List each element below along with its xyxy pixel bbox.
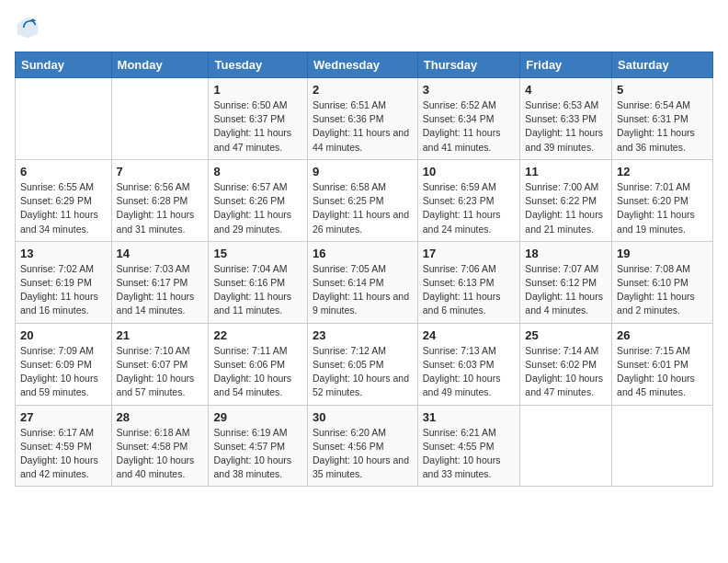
day-info: Sunrise: 6:53 AM Sunset: 6:33 PM Dayligh… <box>525 98 607 155</box>
day-info: Sunrise: 6:20 AM Sunset: 4:56 PM Dayligh… <box>313 426 413 482</box>
day-number: 18 <box>525 247 607 260</box>
day-info: Sunrise: 6:55 AM Sunset: 6:29 PM Dayligh… <box>20 180 107 236</box>
day-number: 3 <box>423 83 516 97</box>
column-header-thursday: Thursday <box>417 52 520 78</box>
day-number: 31 <box>423 410 516 424</box>
day-info: Sunrise: 7:09 AM Sunset: 6:09 PM Dayligh… <box>20 344 107 400</box>
day-info: Sunrise: 7:02 AM Sunset: 6:19 PM Dayligh… <box>20 262 107 318</box>
day-number: 23 <box>313 328 413 342</box>
day-info: Sunrise: 6:18 AM Sunset: 4:58 PM Dayligh… <box>117 426 204 482</box>
calendar-cell: 29Sunrise: 6:19 AM Sunset: 4:57 PM Dayli… <box>209 405 308 487</box>
day-number: 29 <box>213 410 302 424</box>
calendar-cell: 13Sunrise: 7:02 AM Sunset: 6:19 PM Dayli… <box>16 241 112 323</box>
day-info: Sunrise: 6:58 AM Sunset: 6:25 PM Dayligh… <box>313 180 413 236</box>
week-row-3: 13Sunrise: 7:02 AM Sunset: 6:19 PM Dayli… <box>16 241 713 323</box>
day-number: 12 <box>617 165 708 178</box>
week-row-1: 1Sunrise: 6:50 AM Sunset: 6:37 PM Daylig… <box>16 78 713 160</box>
day-info: Sunrise: 7:15 AM Sunset: 6:01 PM Dayligh… <box>617 344 708 400</box>
column-header-wednesday: Wednesday <box>307 52 417 78</box>
column-header-friday: Friday <box>520 52 612 78</box>
calendar-cell: 16Sunrise: 7:05 AM Sunset: 6:14 PM Dayli… <box>307 241 417 323</box>
column-header-saturday: Saturday <box>612 52 713 78</box>
day-number: 22 <box>213 328 302 342</box>
calendar-cell: 27Sunrise: 6:17 AM Sunset: 4:59 PM Dayli… <box>16 405 112 487</box>
day-number: 15 <box>213 247 302 260</box>
day-info: Sunrise: 7:06 AM Sunset: 6:13 PM Dayligh… <box>423 262 516 318</box>
calendar-cell: 3Sunrise: 6:52 AM Sunset: 6:34 PM Daylig… <box>417 78 520 160</box>
calendar-cell: 21Sunrise: 7:10 AM Sunset: 6:07 PM Dayli… <box>111 323 209 405</box>
calendar-cell: 1Sunrise: 6:50 AM Sunset: 6:37 PM Daylig… <box>209 78 308 160</box>
calendar-cell: 24Sunrise: 7:13 AM Sunset: 6:03 PM Dayli… <box>417 323 520 405</box>
day-info: Sunrise: 6:21 AM Sunset: 4:55 PM Dayligh… <box>423 426 516 482</box>
day-info: Sunrise: 6:17 AM Sunset: 4:59 PM Dayligh… <box>20 426 107 482</box>
calendar-cell: 9Sunrise: 6:58 AM Sunset: 6:25 PM Daylig… <box>307 159 417 241</box>
calendar-cell: 14Sunrise: 7:03 AM Sunset: 6:17 PM Dayli… <box>111 241 209 323</box>
day-number: 14 <box>117 247 204 260</box>
day-info: Sunrise: 7:04 AM Sunset: 6:16 PM Dayligh… <box>213 262 302 318</box>
calendar-cell: 18Sunrise: 7:07 AM Sunset: 6:12 PM Dayli… <box>520 241 612 323</box>
calendar-cell: 23Sunrise: 7:12 AM Sunset: 6:05 PM Dayli… <box>307 323 417 405</box>
day-number: 17 <box>423 247 516 260</box>
day-info: Sunrise: 7:10 AM Sunset: 6:07 PM Dayligh… <box>117 344 204 400</box>
week-row-2: 6Sunrise: 6:55 AM Sunset: 6:29 PM Daylig… <box>16 159 713 241</box>
day-info: Sunrise: 7:03 AM Sunset: 6:17 PM Dayligh… <box>117 262 204 318</box>
day-info: Sunrise: 7:14 AM Sunset: 6:02 PM Dayligh… <box>525 344 607 400</box>
calendar-cell <box>16 78 112 160</box>
day-info: Sunrise: 6:57 AM Sunset: 6:26 PM Dayligh… <box>213 180 302 236</box>
day-number: 4 <box>525 83 607 97</box>
day-info: Sunrise: 7:00 AM Sunset: 6:22 PM Dayligh… <box>525 180 607 236</box>
calendar-cell: 4Sunrise: 6:53 AM Sunset: 6:33 PM Daylig… <box>520 78 612 160</box>
day-number: 28 <box>117 410 204 424</box>
day-number: 1 <box>213 83 302 97</box>
day-number: 16 <box>313 247 413 260</box>
week-row-4: 20Sunrise: 7:09 AM Sunset: 6:09 PM Dayli… <box>16 323 713 405</box>
day-info: Sunrise: 7:11 AM Sunset: 6:06 PM Dayligh… <box>213 344 302 400</box>
calendar-cell: 30Sunrise: 6:20 AM Sunset: 4:56 PM Dayli… <box>307 405 417 487</box>
day-info: Sunrise: 6:52 AM Sunset: 6:34 PM Dayligh… <box>423 98 516 155</box>
day-info: Sunrise: 6:54 AM Sunset: 6:31 PM Dayligh… <box>617 98 708 155</box>
calendar-cell <box>111 78 209 160</box>
calendar-header-row: SundayMondayTuesdayWednesdayThursdayFrid… <box>16 52 713 78</box>
day-number: 27 <box>20 410 107 424</box>
day-info: Sunrise: 7:12 AM Sunset: 6:05 PM Dayligh… <box>313 344 413 400</box>
day-number: 25 <box>525 328 607 342</box>
calendar-cell: 11Sunrise: 7:00 AM Sunset: 6:22 PM Dayli… <box>520 159 612 241</box>
day-number: 26 <box>617 328 708 342</box>
day-info: Sunrise: 7:01 AM Sunset: 6:20 PM Dayligh… <box>617 180 708 236</box>
calendar-table: SundayMondayTuesdayWednesdayThursdayFrid… <box>15 52 713 487</box>
day-number: 6 <box>20 165 107 178</box>
day-info: Sunrise: 7:13 AM Sunset: 6:03 PM Dayligh… <box>423 344 516 400</box>
logo <box>15 15 44 40</box>
calendar-cell: 5Sunrise: 6:54 AM Sunset: 6:31 PM Daylig… <box>612 78 713 160</box>
day-number: 19 <box>617 247 708 260</box>
calendar-cell: 20Sunrise: 7:09 AM Sunset: 6:09 PM Dayli… <box>16 323 112 405</box>
calendar-cell: 25Sunrise: 7:14 AM Sunset: 6:02 PM Dayli… <box>520 323 612 405</box>
day-info: Sunrise: 6:19 AM Sunset: 4:57 PM Dayligh… <box>213 426 302 482</box>
column-header-monday: Monday <box>111 52 209 78</box>
day-info: Sunrise: 6:59 AM Sunset: 6:23 PM Dayligh… <box>423 180 516 236</box>
day-number: 9 <box>313 165 413 178</box>
day-info: Sunrise: 6:56 AM Sunset: 6:28 PM Dayligh… <box>117 180 204 236</box>
calendar-cell: 22Sunrise: 7:11 AM Sunset: 6:06 PM Dayli… <box>209 323 308 405</box>
calendar-cell: 15Sunrise: 7:04 AM Sunset: 6:16 PM Dayli… <box>209 241 308 323</box>
day-number: 24 <box>423 328 516 342</box>
week-row-5: 27Sunrise: 6:17 AM Sunset: 4:59 PM Dayli… <box>16 405 713 487</box>
page-header <box>15 15 713 40</box>
calendar-cell: 10Sunrise: 6:59 AM Sunset: 6:23 PM Dayli… <box>417 159 520 241</box>
calendar-cell: 26Sunrise: 7:15 AM Sunset: 6:01 PM Dayli… <box>612 323 713 405</box>
day-number: 8 <box>213 165 302 178</box>
calendar-cell: 6Sunrise: 6:55 AM Sunset: 6:29 PM Daylig… <box>16 159 112 241</box>
day-number: 30 <box>313 410 413 424</box>
day-info: Sunrise: 7:07 AM Sunset: 6:12 PM Dayligh… <box>525 262 607 318</box>
day-number: 10 <box>423 165 516 178</box>
day-number: 21 <box>117 328 204 342</box>
logo-icon <box>15 15 40 40</box>
day-number: 20 <box>20 328 107 342</box>
calendar-cell: 19Sunrise: 7:08 AM Sunset: 6:10 PM Dayli… <box>612 241 713 323</box>
calendar-cell <box>612 405 713 487</box>
calendar-cell: 2Sunrise: 6:51 AM Sunset: 6:36 PM Daylig… <box>307 78 417 160</box>
day-number: 13 <box>20 247 107 260</box>
calendar-cell <box>520 405 612 487</box>
calendar-cell: 31Sunrise: 6:21 AM Sunset: 4:55 PM Dayli… <box>417 405 520 487</box>
day-info: Sunrise: 6:50 AM Sunset: 6:37 PM Dayligh… <box>213 98 302 155</box>
